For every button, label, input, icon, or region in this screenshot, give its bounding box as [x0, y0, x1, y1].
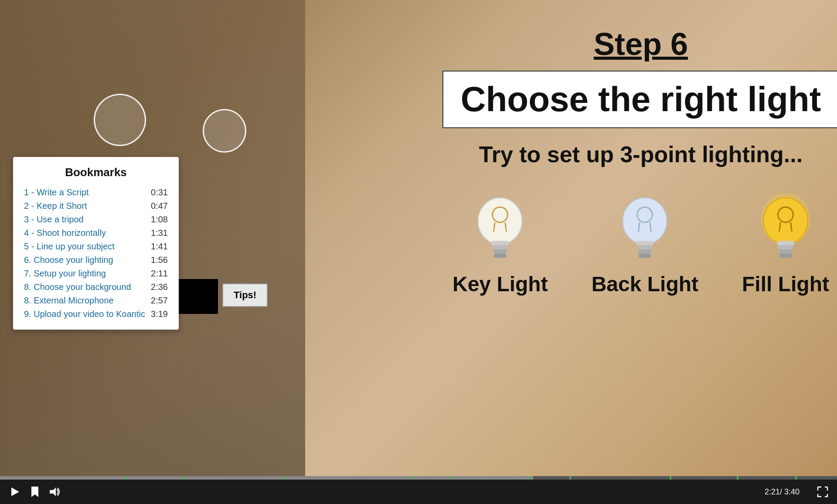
bookmark-time: 0:47	[151, 201, 168, 211]
svg-point-0	[478, 198, 522, 245]
svg-rect-12	[636, 241, 653, 245]
back-light-label: Back Light	[592, 272, 698, 296]
content-overlay: Step 6 Choose the right light Try to set…	[445, 0, 837, 480]
svg-point-8	[623, 198, 667, 245]
svg-rect-7	[494, 254, 506, 258]
progress-marker	[285, 476, 286, 480]
bookmark-link[interactable]: 7. Setup your lighting	[24, 269, 106, 279]
bookmark-item[interactable]: 8. External Microphone2:57	[24, 294, 168, 307]
key-light-label: Key Light	[453, 272, 548, 296]
choose-title: Choose the right light	[461, 79, 821, 119]
svg-marker-26	[50, 487, 56, 496]
bookmark-link[interactable]: 8. Choose your background	[24, 282, 131, 292]
bookmark-icon	[30, 486, 40, 498]
bookmark-button[interactable]	[30, 486, 40, 498]
bookmark-item[interactable]: 3 - Use a tripod1:08	[24, 213, 168, 226]
svg-rect-21	[777, 241, 794, 245]
progress-marker	[527, 476, 529, 480]
bookmark-item[interactable]: 7. Setup your lighting2:11	[24, 267, 168, 280]
svg-point-17	[764, 198, 808, 245]
fill-light-label: Fill Light	[742, 272, 829, 296]
progress-marker	[452, 476, 454, 480]
bookmark-link[interactable]: 3 - Use a tripod	[24, 215, 84, 225]
tips-button[interactable]: Tips!	[222, 283, 268, 307]
bookmarks-panel: Bookmarks 1 - Write a Script0:312 - Keep…	[13, 157, 179, 330]
bookmark-time: 2:11	[151, 269, 168, 279]
subtitle: Try to set up 3-point lighting...	[479, 141, 803, 167]
bookmark-time: 1:31	[151, 228, 168, 238]
volume-icon	[49, 487, 61, 497]
bookmark-item[interactable]: 6. Choose your lighting1:56	[24, 253, 168, 267]
svg-rect-24	[779, 254, 791, 258]
bookmark-item[interactable]: 4 - Shoot horizontally1:31	[24, 226, 168, 240]
bookmark-item[interactable]: 8. Choose your background2:36	[24, 280, 168, 294]
bookmark-item[interactable]: 2 - Keep it Short0:47	[24, 199, 168, 213]
play-button[interactable]	[9, 486, 21, 498]
svg-rect-15	[639, 254, 651, 258]
bookmark-item[interactable]: 5 - Line up your subject1:41	[24, 240, 168, 253]
back-light-bulb	[616, 194, 673, 263]
bookmark-link[interactable]: 4 - Shoot horizontally	[24, 228, 106, 238]
svg-rect-4	[492, 241, 509, 245]
volume-button[interactable]	[49, 487, 61, 497]
svg-marker-25	[11, 487, 19, 496]
bookmark-time: 1:41	[151, 242, 168, 252]
bookmark-time: 1:08	[151, 215, 168, 225]
bookmarks-title: Bookmarks	[24, 166, 168, 179]
bookmark-link[interactable]: 2 - Keep it Short	[24, 201, 87, 211]
svg-rect-23	[779, 249, 793, 254]
back-light-item: Back Light	[592, 194, 698, 296]
progress-marker	[410, 476, 412, 480]
step-title: Step 6	[594, 26, 688, 62]
key-light-bulb	[472, 194, 528, 263]
bookmark-item[interactable]: 9. Upload your video to Koantic3:19	[24, 307, 168, 321]
bookmark-item[interactable]: 1 - Write a Script0:31	[24, 186, 168, 199]
bookmark-link[interactable]: 5 - Line up your subject	[24, 242, 115, 252]
bookmark-link[interactable]: 1 - Write a Script	[24, 187, 89, 198]
svg-rect-6	[493, 249, 507, 254]
progress-bar-container[interactable]	[0, 476, 837, 480]
bookmark-time: 3:19	[151, 309, 168, 319]
circle-annotation-2	[203, 109, 246, 153]
bookmark-time: 1:56	[151, 255, 168, 265]
key-light-item: Key Light	[453, 194, 548, 296]
bookmark-time: 0:31	[151, 187, 168, 198]
lights-container: Key Light Back Light	[453, 194, 829, 296]
video-area: Step 6 Choose the right light Try to set…	[0, 0, 837, 480]
bookmark-link[interactable]: 9. Upload your video to Koantic	[24, 309, 145, 319]
progress-marker	[737, 476, 738, 480]
play-icon	[9, 486, 21, 498]
time-display: 2:21/ 3:40	[765, 487, 800, 497]
choose-title-box: Choose the right light	[442, 71, 837, 128]
circle-annotation-1	[94, 94, 146, 146]
progress-marker	[795, 476, 797, 480]
fullscreen-button[interactable]	[817, 486, 828, 497]
svg-rect-13	[637, 245, 653, 249]
bookmark-link[interactable]: 6. Choose your lighting	[24, 255, 113, 265]
fill-light-bulb	[757, 194, 814, 263]
bookmark-time: 2:36	[151, 282, 168, 292]
bookmarks-list: 1 - Write a Script0:312 - Keep it Short0…	[24, 186, 168, 321]
controls-bar: 2:21/ 3:40	[0, 480, 837, 504]
progress-marker	[670, 476, 671, 480]
bookmark-time: 2:57	[151, 296, 168, 306]
fill-light-item: Fill Light	[742, 194, 829, 296]
progress-marker	[126, 476, 127, 480]
svg-rect-22	[778, 245, 793, 249]
svg-rect-14	[638, 249, 652, 254]
fullscreen-icon	[817, 486, 828, 497]
progress-marker	[184, 476, 186, 480]
progress-marker	[569, 476, 571, 480]
svg-rect-5	[493, 245, 508, 249]
bookmark-link[interactable]: 8. External Microphone	[24, 296, 114, 306]
